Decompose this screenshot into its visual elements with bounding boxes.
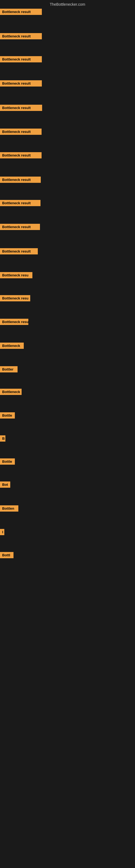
bottleneck-bar-row-7: Bottleneck result — [0, 152, 42, 159]
bottleneck-bar: Bottleneck result — [0, 177, 41, 183]
bottleneck-bar-row-11: Bottleneck result — [0, 248, 38, 255]
bottleneck-bar-row-21: Bot — [0, 482, 10, 489]
bottleneck-bar-row-18: Bottle — [0, 412, 15, 420]
bottleneck-bar-row-4: Bottleneck result — [0, 80, 42, 88]
bottleneck-bar-row-24: Bottl — [0, 552, 13, 559]
bottleneck-bar: Bottleneck resu — [0, 272, 32, 278]
bottleneck-bar-row-5: Bottleneck result — [0, 105, 42, 112]
bottleneck-bar: Bottleneck — [0, 389, 21, 395]
bottleneck-bar: Bottle — [0, 412, 15, 418]
bottleneck-bar-row-14: Bottleneck resu — [0, 319, 28, 326]
bottleneck-bar: Bottleneck result — [0, 129, 42, 135]
bottleneck-bar-row-9: Bottleneck result — [0, 200, 41, 207]
bottleneck-bar-row-8: Bottleneck result — [0, 177, 41, 184]
bottleneck-bar: Bottleneck result — [0, 224, 40, 230]
bottleneck-bar: Bottleneck result — [0, 105, 42, 111]
bottleneck-bar: Bot — [0, 482, 10, 488]
bottleneck-bar-row-15: Bottleneck — [0, 343, 24, 350]
bottleneck-bar-row-10: Bottleneck result — [0, 224, 40, 231]
bottleneck-bar: Bottleneck result — [0, 56, 42, 62]
bottleneck-bar-row-23: I — [0, 529, 4, 536]
bottleneck-bar: Bottleneck resu — [0, 295, 30, 301]
bottleneck-bar: Bottleneck result — [0, 248, 38, 254]
site-title: TheBottlenecker.com — [0, 0, 135, 9]
bottleneck-bar: Bottleneck result — [0, 80, 42, 87]
bottleneck-bar-row-16: Bottler — [0, 366, 17, 373]
bottleneck-bar-row-13: Bottleneck resu — [0, 295, 30, 303]
bottleneck-bar: Bottleneck result — [0, 9, 42, 15]
bottleneck-bar-row-1: Bottleneck result — [0, 9, 42, 16]
bottleneck-bar-row-17: Bottleneck — [0, 389, 21, 396]
bottleneck-bar: Bottl — [0, 552, 13, 558]
bottleneck-bar: Bottler — [0, 366, 17, 372]
bottleneck-bar-row-3: Bottleneck result — [0, 56, 42, 63]
bottleneck-bar: B — [0, 435, 5, 442]
bottleneck-bar-row-12: Bottleneck resu — [0, 272, 32, 279]
bottleneck-bar-row-2: Bottleneck result — [0, 33, 42, 40]
bottleneck-bar: I — [0, 529, 4, 535]
bottleneck-bar-row-6: Bottleneck result — [0, 129, 42, 136]
bottleneck-bar-row-19: B — [0, 435, 5, 443]
bottleneck-bar: Bottleneck resu — [0, 319, 28, 325]
bottleneck-bar: Bottleneck result — [0, 33, 42, 39]
bottleneck-bar-row-22: Bottlen — [0, 505, 18, 513]
bottleneck-bar-row-20: Bottle — [0, 458, 15, 466]
bottleneck-bar: Bottle — [0, 458, 15, 465]
bottleneck-bar: Bottleneck — [0, 343, 24, 349]
bottleneck-bar: Bottlen — [0, 505, 18, 512]
bottleneck-bar: Bottleneck result — [0, 200, 41, 206]
bottleneck-bar: Bottleneck result — [0, 152, 42, 158]
